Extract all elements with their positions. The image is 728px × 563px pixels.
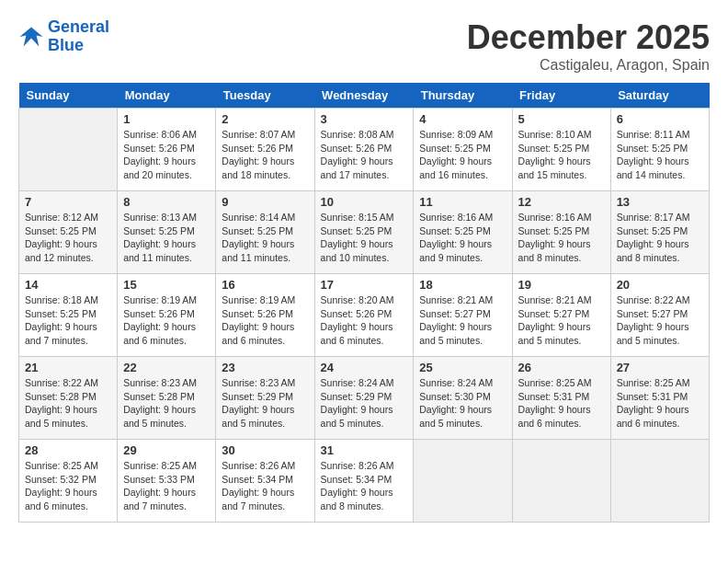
- day-info: Sunrise: 8:10 AMSunset: 5:25 PMDaylight:…: [518, 128, 605, 182]
- table-row: [414, 440, 512, 523]
- header-tuesday: Tuesday: [216, 83, 314, 109]
- table-row: 14Sunrise: 8:18 AMSunset: 5:25 PMDayligh…: [19, 274, 118, 357]
- day-info: Sunrise: 8:17 AMSunset: 5:25 PMDaylight:…: [617, 211, 703, 265]
- day-info: Sunrise: 8:26 AMSunset: 5:34 PMDaylight:…: [321, 459, 408, 513]
- table-row: 4Sunrise: 8:09 AMSunset: 5:25 PMDaylight…: [414, 109, 512, 191]
- logo-icon: [18, 24, 44, 50]
- day-info: Sunrise: 8:22 AMSunset: 5:27 PMDaylight:…: [617, 293, 703, 348]
- table-row: 12Sunrise: 8:16 AMSunset: 5:25 PMDayligh…: [512, 191, 610, 274]
- title-area: December 2025 Castigaleu, Aragon, Spain: [467, 18, 710, 74]
- table-row: 9Sunrise: 8:14 AMSunset: 5:25 PMDaylight…: [216, 191, 314, 274]
- calendar-week-row: 1Sunrise: 8:06 AMSunset: 5:26 PMDaylight…: [19, 109, 710, 191]
- calendar-week-row: 21Sunrise: 8:22 AMSunset: 5:28 PMDayligh…: [19, 357, 710, 440]
- day-number: 11: [419, 195, 506, 209]
- day-info: Sunrise: 8:25 AMSunset: 5:31 PMDaylight:…: [518, 376, 605, 431]
- day-info: Sunrise: 8:07 AMSunset: 5:26 PMDaylight:…: [222, 128, 308, 182]
- page-header: General Blue December 2025 Castigaleu, A…: [18, 18, 710, 74]
- day-number: 25: [419, 361, 506, 374]
- table-row: 22Sunrise: 8:23 AMSunset: 5:28 PMDayligh…: [118, 357, 216, 440]
- svg-marker-0: [19, 27, 42, 46]
- day-number: 5: [518, 112, 605, 126]
- header-friday: Friday: [512, 83, 610, 109]
- day-number: 16: [222, 278, 308, 292]
- day-info: Sunrise: 8:19 AMSunset: 5:26 PMDaylight:…: [222, 293, 308, 348]
- day-number: 23: [222, 361, 308, 374]
- table-row: 20Sunrise: 8:22 AMSunset: 5:27 PMDayligh…: [610, 274, 709, 357]
- day-info: Sunrise: 8:11 AMSunset: 5:25 PMDaylight:…: [617, 128, 703, 182]
- day-info: Sunrise: 8:15 AMSunset: 5:25 PMDaylight:…: [321, 211, 408, 265]
- table-row: 29Sunrise: 8:25 AMSunset: 5:33 PMDayligh…: [118, 440, 216, 523]
- day-number: 13: [617, 195, 703, 209]
- table-row: [512, 440, 610, 523]
- table-row: [19, 109, 118, 191]
- day-info: Sunrise: 8:23 AMSunset: 5:29 PMDaylight:…: [222, 376, 308, 431]
- table-row: 6Sunrise: 8:11 AMSunset: 5:25 PMDaylight…: [610, 109, 709, 191]
- weekday-header-row: Sunday Monday Tuesday Wednesday Thursday…: [19, 83, 710, 109]
- table-row: 8Sunrise: 8:13 AMSunset: 5:25 PMDaylight…: [118, 191, 216, 274]
- month-title: December 2025: [467, 18, 710, 57]
- table-row: 1Sunrise: 8:06 AMSunset: 5:26 PMDaylight…: [118, 109, 216, 191]
- day-number: 10: [321, 195, 408, 209]
- day-info: Sunrise: 8:19 AMSunset: 5:26 PMDaylight:…: [123, 293, 210, 348]
- day-number: 24: [321, 361, 408, 374]
- day-info: Sunrise: 8:25 AMSunset: 5:33 PMDaylight:…: [123, 459, 210, 513]
- table-row: 3Sunrise: 8:08 AMSunset: 5:26 PMDaylight…: [314, 109, 414, 191]
- logo-text: General Blue: [48, 18, 109, 55]
- day-info: Sunrise: 8:09 AMSunset: 5:25 PMDaylight:…: [419, 128, 506, 182]
- day-number: 17: [321, 278, 408, 292]
- table-row: [610, 440, 709, 523]
- day-info: Sunrise: 8:12 AMSunset: 5:25 PMDaylight:…: [25, 211, 111, 265]
- day-number: 28: [25, 443, 111, 457]
- day-number: 19: [518, 278, 605, 292]
- header-saturday: Saturday: [610, 83, 709, 109]
- day-number: 22: [123, 361, 210, 374]
- day-number: 1: [123, 112, 210, 126]
- day-number: 18: [419, 278, 506, 292]
- day-info: Sunrise: 8:23 AMSunset: 5:28 PMDaylight:…: [123, 376, 210, 431]
- table-row: 13Sunrise: 8:17 AMSunset: 5:25 PMDayligh…: [610, 191, 709, 274]
- day-number: 12: [518, 195, 605, 209]
- table-row: 24Sunrise: 8:24 AMSunset: 5:29 PMDayligh…: [314, 357, 414, 440]
- day-info: Sunrise: 8:21 AMSunset: 5:27 PMDaylight:…: [419, 293, 506, 348]
- table-row: 21Sunrise: 8:22 AMSunset: 5:28 PMDayligh…: [19, 357, 118, 440]
- day-info: Sunrise: 8:14 AMSunset: 5:25 PMDaylight:…: [222, 211, 308, 265]
- logo: General Blue: [18, 18, 109, 55]
- day-number: 9: [222, 195, 308, 209]
- day-number: 20: [617, 278, 703, 292]
- table-row: 19Sunrise: 8:21 AMSunset: 5:27 PMDayligh…: [512, 274, 610, 357]
- day-info: Sunrise: 8:24 AMSunset: 5:30 PMDaylight:…: [419, 376, 506, 431]
- calendar-week-row: 7Sunrise: 8:12 AMSunset: 5:25 PMDaylight…: [19, 191, 710, 274]
- table-row: 23Sunrise: 8:23 AMSunset: 5:29 PMDayligh…: [216, 357, 314, 440]
- table-row: 18Sunrise: 8:21 AMSunset: 5:27 PMDayligh…: [414, 274, 512, 357]
- day-info: Sunrise: 8:24 AMSunset: 5:29 PMDaylight:…: [321, 376, 408, 431]
- day-number: 14: [25, 278, 111, 292]
- table-row: 15Sunrise: 8:19 AMSunset: 5:26 PMDayligh…: [118, 274, 216, 357]
- day-info: Sunrise: 8:13 AMSunset: 5:25 PMDaylight:…: [123, 211, 210, 265]
- calendar-week-row: 28Sunrise: 8:25 AMSunset: 5:32 PMDayligh…: [19, 440, 710, 523]
- day-number: 6: [617, 112, 703, 126]
- day-number: 4: [419, 112, 506, 126]
- day-info: Sunrise: 8:26 AMSunset: 5:34 PMDaylight:…: [222, 459, 308, 513]
- day-number: 8: [123, 195, 210, 209]
- table-row: 28Sunrise: 8:25 AMSunset: 5:32 PMDayligh…: [19, 440, 118, 523]
- day-number: 2: [222, 112, 308, 126]
- table-row: 10Sunrise: 8:15 AMSunset: 5:25 PMDayligh…: [314, 191, 414, 274]
- day-number: 7: [25, 195, 111, 209]
- day-number: 26: [518, 361, 605, 374]
- day-info: Sunrise: 8:06 AMSunset: 5:26 PMDaylight:…: [123, 128, 210, 182]
- location-title: Castigaleu, Aragon, Spain: [467, 57, 710, 74]
- day-info: Sunrise: 8:25 AMSunset: 5:32 PMDaylight:…: [25, 459, 111, 513]
- table-row: 16Sunrise: 8:19 AMSunset: 5:26 PMDayligh…: [216, 274, 314, 357]
- day-number: 29: [123, 443, 210, 457]
- day-number: 21: [25, 361, 111, 374]
- table-row: 26Sunrise: 8:25 AMSunset: 5:31 PMDayligh…: [512, 357, 610, 440]
- table-row: 2Sunrise: 8:07 AMSunset: 5:26 PMDaylight…: [216, 109, 314, 191]
- table-row: 30Sunrise: 8:26 AMSunset: 5:34 PMDayligh…: [216, 440, 314, 523]
- day-number: 15: [123, 278, 210, 292]
- day-info: Sunrise: 8:16 AMSunset: 5:25 PMDaylight:…: [419, 211, 506, 265]
- day-number: 30: [222, 443, 308, 457]
- header-thursday: Thursday: [414, 83, 512, 109]
- table-row: 25Sunrise: 8:24 AMSunset: 5:30 PMDayligh…: [414, 357, 512, 440]
- day-info: Sunrise: 8:21 AMSunset: 5:27 PMDaylight:…: [518, 293, 605, 348]
- header-wednesday: Wednesday: [314, 83, 414, 109]
